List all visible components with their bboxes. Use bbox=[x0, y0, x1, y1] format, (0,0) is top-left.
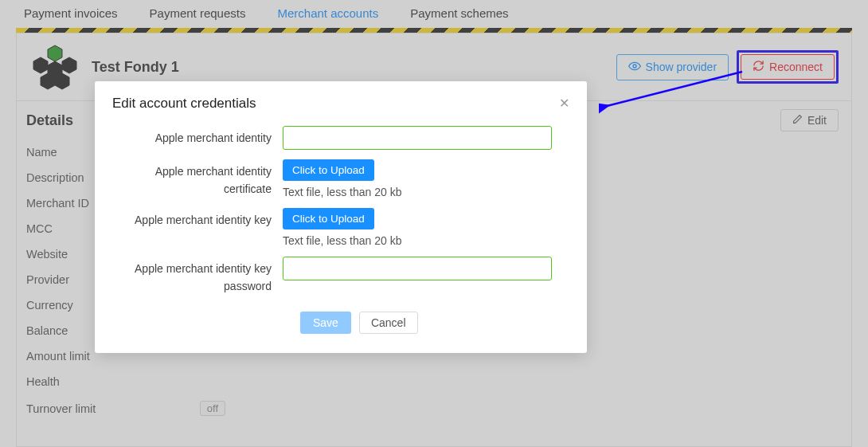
cert-label: Apple merchant identity certificate bbox=[112, 159, 272, 198]
edit-credentials-modal: Edit account credentials ✕ Apple merchan… bbox=[95, 81, 587, 353]
key-label: Apple merchant identity key bbox=[112, 208, 272, 229]
key-hint: Text file, less than 20 kb bbox=[283, 234, 401, 247]
cert-hint: Text file, less than 20 kb bbox=[283, 186, 401, 198]
keypass-input[interactable] bbox=[283, 257, 552, 280]
cert-upload-button[interactable]: Click to Upload bbox=[283, 159, 374, 181]
close-icon[interactable]: ✕ bbox=[559, 97, 569, 110]
modal-title: Edit account credentials bbox=[112, 96, 256, 112]
save-button[interactable]: Save bbox=[300, 312, 351, 334]
identity-input[interactable] bbox=[283, 126, 552, 150]
identity-label: Apple merchant identity bbox=[112, 126, 272, 147]
keypass-label: Apple merchant identity key password bbox=[112, 257, 272, 296]
cancel-button[interactable]: Cancel bbox=[359, 312, 418, 334]
key-upload-button[interactable]: Click to Upload bbox=[283, 208, 374, 229]
